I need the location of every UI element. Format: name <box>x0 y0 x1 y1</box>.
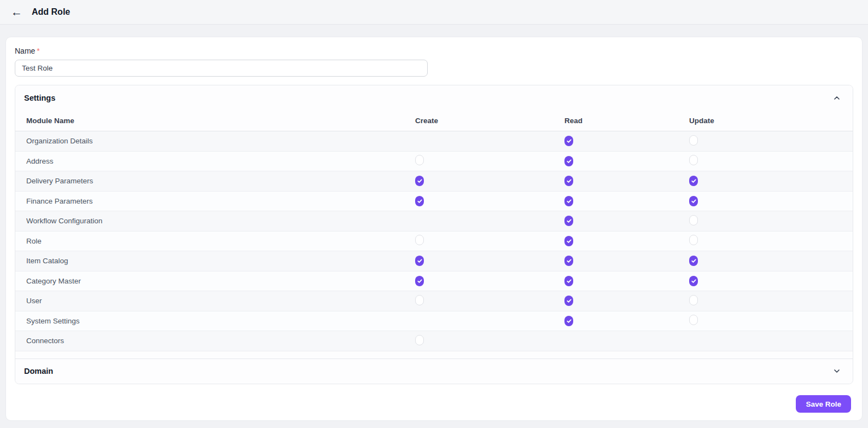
create-checkbox[interactable] <box>415 295 424 305</box>
domain-section-header[interactable]: Domain <box>15 358 853 384</box>
create-checkbox[interactable] <box>415 256 424 266</box>
page-title: Add Role <box>32 7 70 17</box>
read-checkbox[interactable] <box>564 296 573 306</box>
create-checkbox[interactable] <box>415 155 424 165</box>
module-name: Connectors <box>26 337 415 345</box>
update-cell <box>689 295 853 307</box>
chevron-up-icon <box>833 94 841 102</box>
update-checkbox[interactable] <box>689 295 698 305</box>
table-row: Role <box>15 232 853 252</box>
name-label: Name <box>15 47 35 55</box>
read-checkbox[interactable] <box>564 196 573 206</box>
name-input[interactable] <box>15 60 428 77</box>
update-cell <box>689 276 853 286</box>
read-cell <box>564 136 689 146</box>
create-cell <box>415 335 564 347</box>
update-checkbox[interactable] <box>689 135 698 146</box>
update-cell <box>689 315 853 327</box>
create-checkbox[interactable] <box>415 235 424 245</box>
read-checkbox[interactable] <box>564 316 573 326</box>
read-cell <box>564 196 689 206</box>
read-cell <box>564 276 689 286</box>
read-checkbox[interactable] <box>564 156 573 166</box>
update-cell <box>689 215 853 227</box>
module-name: Finance Parameters <box>26 197 415 205</box>
permissions-accordion: Settings Module Name Create Read Update … <box>15 85 853 384</box>
update-cell <box>689 135 853 147</box>
read-cell <box>564 176 689 186</box>
create-cell <box>415 276 564 286</box>
create-cell <box>415 155 564 167</box>
update-checkbox[interactable] <box>689 196 698 206</box>
update-cell <box>689 235 853 247</box>
module-name: Workflow Configuration <box>26 217 415 225</box>
create-checkbox[interactable] <box>415 176 424 186</box>
required-asterisk: * <box>37 47 39 55</box>
column-header-update: Update <box>689 117 853 125</box>
module-name: Address <box>26 157 415 165</box>
read-cell <box>564 256 689 266</box>
domain-section-title: Domain <box>24 367 53 375</box>
column-header-module-name: Module Name <box>26 117 415 125</box>
table-row: Workflow Configuration <box>15 211 853 232</box>
read-cell <box>564 296 689 306</box>
settings-section-footer <box>15 351 853 358</box>
create-cell <box>415 295 564 307</box>
module-name: Role <box>26 237 415 245</box>
chevron-down-icon <box>833 367 841 375</box>
create-checkbox[interactable] <box>415 196 424 206</box>
read-cell <box>564 316 689 326</box>
update-checkbox[interactable] <box>689 215 698 225</box>
module-name: Delivery Parameters <box>26 177 415 185</box>
create-cell <box>415 235 564 247</box>
settings-section-title: Settings <box>24 94 55 102</box>
table-row: User <box>15 291 853 311</box>
read-cell <box>564 236 689 246</box>
save-role-button[interactable]: Save Role <box>796 395 851 413</box>
update-checkbox[interactable] <box>689 235 698 245</box>
create-cell <box>415 256 564 266</box>
create-cell <box>415 196 564 206</box>
update-cell <box>689 176 853 186</box>
name-field-group: Name* <box>15 46 853 77</box>
table-row: Organization Details <box>15 131 853 152</box>
update-checkbox[interactable] <box>689 176 698 186</box>
update-checkbox[interactable] <box>689 155 698 165</box>
top-bar: ← Add Role <box>0 0 868 25</box>
column-header-create: Create <box>415 117 564 125</box>
module-name: Category Master <box>26 277 415 285</box>
module-name: User <box>26 297 415 305</box>
table-row: Finance Parameters <box>15 192 853 212</box>
table-row: Address <box>15 152 853 172</box>
read-checkbox[interactable] <box>564 236 573 246</box>
settings-section: Settings Module Name Create Read Update … <box>15 85 853 358</box>
settings-section-header[interactable]: Settings <box>15 85 853 111</box>
module-name: Item Catalog <box>26 257 415 265</box>
read-checkbox[interactable] <box>564 176 573 186</box>
create-cell <box>415 176 564 186</box>
read-cell <box>564 216 689 226</box>
update-checkbox[interactable] <box>689 276 698 286</box>
add-role-card: Name* Settings Module Name Create Read U… <box>5 37 863 421</box>
table-header-row: Module Name Create Read Update <box>15 111 853 131</box>
create-checkbox[interactable] <box>415 276 424 286</box>
update-cell <box>689 256 853 266</box>
module-name: Organization Details <box>26 137 415 145</box>
read-checkbox[interactable] <box>564 136 573 146</box>
read-checkbox[interactable] <box>564 216 573 226</box>
update-checkbox[interactable] <box>689 256 698 266</box>
table-row: System Settings <box>15 311 853 332</box>
permissions-rows: Organization Details Address Delivery Pa… <box>15 131 853 351</box>
table-row: Category Master <box>15 271 853 292</box>
read-checkbox[interactable] <box>564 256 573 266</box>
update-checkbox[interactable] <box>689 315 698 325</box>
table-row: Item Catalog <box>15 251 853 271</box>
back-arrow-icon[interactable]: ← <box>11 6 22 18</box>
update-cell <box>689 196 853 206</box>
create-checkbox[interactable] <box>415 335 424 345</box>
table-row: Connectors <box>15 331 853 351</box>
update-cell <box>689 155 853 167</box>
read-cell <box>564 156 689 166</box>
module-name: System Settings <box>26 317 415 325</box>
read-checkbox[interactable] <box>564 276 573 286</box>
